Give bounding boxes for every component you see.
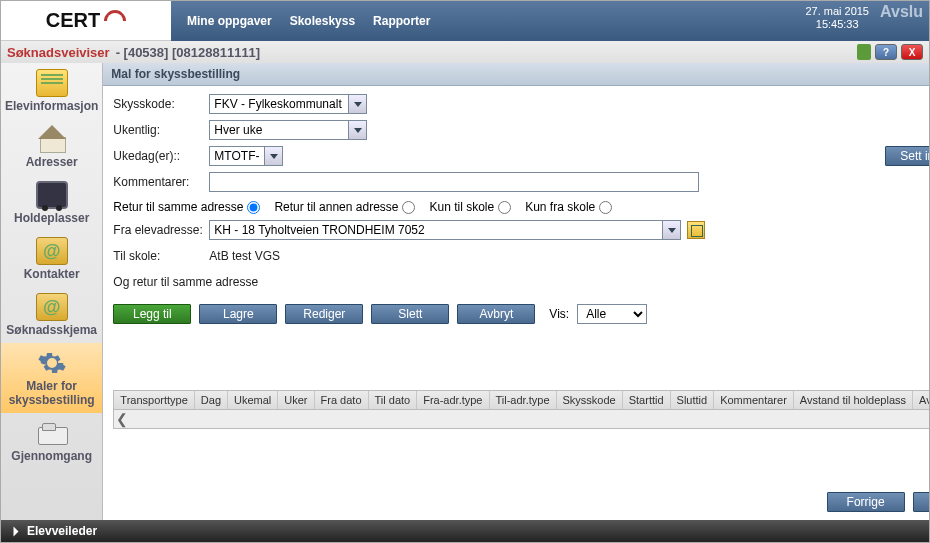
col-skysskode[interactable]: Skysskode [557, 391, 623, 409]
col-transporttype[interactable]: Transporttype [114, 391, 194, 409]
brand-text: CERT [46, 9, 100, 32]
avbryt-button[interactable]: Avbryt [457, 304, 535, 324]
til-skole-value: AtB test VGS [209, 249, 280, 263]
topbar: CERT Mine oppgaver Skoleskyss Rapporter … [1, 1, 929, 41]
label-ukentlig: Ukentlig: [113, 123, 209, 137]
menu-skoleskyss[interactable]: Skoleskyss [290, 14, 355, 28]
menu-mine-oppgaver[interactable]: Mine oppgaver [187, 14, 272, 28]
wizard-title: Søknadsveiviser [7, 45, 110, 60]
sett-inn-uke-button[interactable]: Sett inn uke [885, 146, 930, 166]
grid: Transporttype Dag Ukemal Uker Fra dato T… [113, 390, 930, 429]
col-sluttid[interactable]: Sluttid [671, 391, 715, 409]
sidebar-item-label: Elevinformasjon [5, 99, 98, 113]
contacts-icon: @ [36, 237, 68, 265]
form-icon: @ [36, 293, 68, 321]
col-kommentarer[interactable]: Kommentarer [714, 391, 794, 409]
radio-retur-samme[interactable]: Retur til samme adresse [113, 200, 260, 214]
ukedager-dropdown-icon[interactable] [265, 146, 283, 166]
sidebar-item-label: Maler for skyssbestilling [5, 379, 98, 407]
date-text: 27. mai 2015 [805, 5, 869, 18]
subbar: Søknadsveiviser - [40538] [08128811111] … [1, 41, 929, 63]
col-avstand-skole[interactable]: Avstand til sk [913, 391, 930, 409]
status-indicator-icon [857, 44, 871, 60]
sidebar-item-label: Søknadsskjema [5, 323, 98, 337]
action-buttons: Legg til Lagre Rediger Slett Avbryt Vis:… [113, 304, 930, 324]
sidebar-item-label: Kontakter [5, 267, 98, 281]
avslutt-label[interactable]: Avslu [880, 3, 923, 21]
label-ukedager: Ukedag(er):: [113, 149, 209, 163]
fra-elevadresse-dropdown-icon[interactable] [663, 220, 681, 240]
radio-label: Retur til samme adresse [113, 200, 243, 214]
radio-retur-annen-input[interactable] [402, 201, 415, 214]
logo-arc-icon [100, 5, 131, 36]
col-fra-adr-type[interactable]: Fra-adr.type [417, 391, 489, 409]
col-uker[interactable]: Uker [278, 391, 314, 409]
bus-icon [36, 181, 68, 209]
slett-button[interactable]: Slett [371, 304, 449, 324]
skysskode-input[interactable] [209, 94, 349, 114]
kommentarer-input[interactable] [209, 172, 699, 192]
close-button[interactable]: X [901, 44, 923, 60]
menu-rapporter[interactable]: Rapporter [373, 14, 430, 28]
ukentlig-input[interactable] [209, 120, 349, 140]
scroll-left-icon[interactable]: ❮ [116, 411, 128, 427]
sidebar-item-soknadsskjema[interactable]: @ Søknadsskjema [1, 287, 102, 343]
body: Elevinformasjon Adresser Holdeplasser @ … [1, 63, 929, 520]
ukedager-input[interactable] [209, 146, 265, 166]
skysskode-dropdown-icon[interactable] [349, 94, 367, 114]
col-ukemal[interactable]: Ukemal [228, 391, 278, 409]
grid-scrollbar[interactable]: ❮ ❯ [114, 410, 930, 428]
radio-kun-til[interactable]: Kun til skole [429, 200, 511, 214]
sidebar-item-label: Gjennomgang [5, 449, 98, 463]
col-dag[interactable]: Dag [195, 391, 228, 409]
fra-elevadresse-input[interactable] [209, 220, 663, 240]
label-fra-elevadresse: Fra elevadresse: [113, 223, 209, 237]
sidebar: Elevinformasjon Adresser Holdeplasser @ … [1, 63, 103, 520]
sidebar-item-holdeplasser[interactable]: Holdeplasser [1, 175, 102, 231]
vis-select[interactable]: Alle [577, 304, 647, 324]
label-til-skole: Til skole: [113, 249, 209, 263]
col-fra-dato[interactable]: Fra dato [315, 391, 369, 409]
sidebar-item-elevinformasjon[interactable]: Elevinformasjon [1, 63, 102, 119]
app-window: CERT Mine oppgaver Skoleskyss Rapporter … [0, 0, 930, 543]
label-skysskode: Skysskode: [113, 97, 209, 111]
col-starttid[interactable]: Starttid [623, 391, 671, 409]
radio-retur-samme-input[interactable] [247, 201, 260, 214]
lagre-button[interactable]: Lagre [199, 304, 277, 324]
folder-icon [36, 419, 68, 447]
col-avstand-holdeplass[interactable]: Avstand til holdeplass [794, 391, 913, 409]
forrige-button[interactable]: Forrige [827, 492, 905, 512]
form: Skysskode: Ukentlig: Ukedag(er):: [103, 86, 930, 330]
grid-header: Transporttype Dag Ukemal Uker Fra dato T… [114, 391, 930, 410]
sidebar-item-gjennomgang[interactable]: Gjennomgang [1, 413, 102, 469]
radio-kun-til-input[interactable] [498, 201, 511, 214]
sidebar-item-kontakter[interactable]: @ Kontakter [1, 231, 102, 287]
og-retur-text: Og retur til samme adresse [113, 275, 258, 289]
bottom-bar: Elevveileder [1, 520, 929, 542]
col-til-adr-type[interactable]: Til-adr.type [490, 391, 557, 409]
radio-kun-fra[interactable]: Kun fra skole [525, 200, 612, 214]
top-menu: Mine oppgaver Skoleskyss Rapporter [187, 14, 430, 28]
legg-til-button[interactable]: Legg til [113, 304, 191, 324]
neste-button[interactable]: Neste [913, 492, 930, 512]
logo: CERT [1, 1, 171, 41]
label-vis: Vis: [549, 307, 569, 321]
sidebar-item-maler[interactable]: Maler for skyssbestilling [1, 343, 102, 413]
bottom-label[interactable]: Elevveileder [27, 524, 97, 538]
rediger-button[interactable]: Rediger [285, 304, 363, 324]
expand-icon[interactable] [14, 526, 19, 536]
subbar-icons: ? X [857, 44, 923, 60]
ukentlig-dropdown-icon[interactable] [349, 120, 367, 140]
radio-kun-fra-input[interactable] [599, 201, 612, 214]
col-til-dato[interactable]: Til dato [369, 391, 418, 409]
help-button[interactable]: ? [875, 44, 897, 60]
datetime: 27. mai 2015 15:45:33 [805, 5, 869, 31]
map-icon[interactable] [687, 221, 705, 239]
radio-label: Kun til skole [429, 200, 494, 214]
time-text: 15:45:33 [805, 18, 869, 31]
sidebar-item-adresser[interactable]: Adresser [1, 119, 102, 175]
house-icon [36, 125, 68, 153]
footer-buttons: Forrige Neste [103, 484, 930, 520]
radio-retur-annen[interactable]: Retur til annen adresse [274, 200, 415, 214]
panel-title: Mal for skyssbestilling [103, 63, 930, 86]
